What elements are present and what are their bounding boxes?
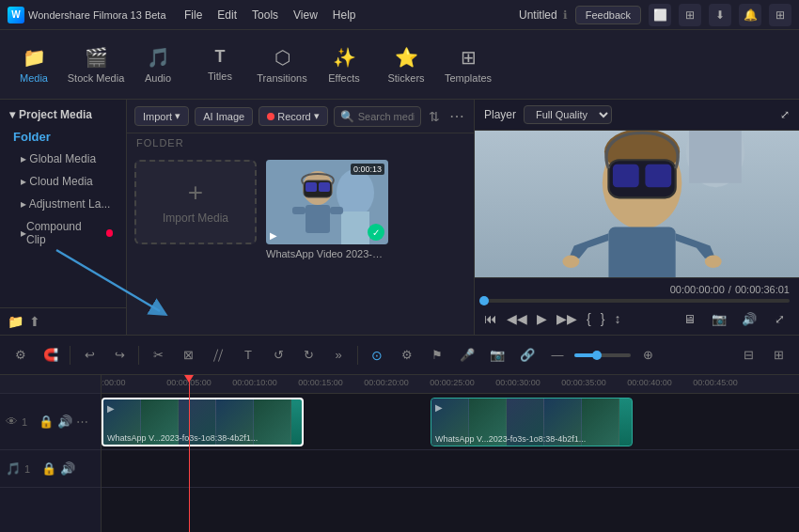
timeline-toolbar: ⚙ 🧲 ↩ ↪ ✂ ⊠ ⧸⧸ T ↺ ↻ » ⊙ ⚙ ⚑ 🎤 📷 🔗 — (0, 336, 799, 375)
playhead-top[interactable] (184, 375, 194, 383)
toolbar-media[interactable]: 📁 Media (4, 35, 64, 95)
import-button[interactable]: Import ▾ (134, 106, 189, 126)
filter-icon[interactable]: ⇅ (427, 107, 442, 126)
download-icon[interactable]: ⬇ (709, 4, 731, 26)
frame-back-button[interactable]: ◀◀ (507, 311, 527, 326)
ripple-icon[interactable]: ⚙ (394, 342, 420, 368)
camera-icon[interactable]: 📷 (484, 342, 510, 368)
add-track-icon[interactable]: ⊕ (634, 342, 661, 368)
magnetic-timeline-icon[interactable]: 🧲 (38, 342, 64, 368)
svg-rect-16 (613, 164, 639, 187)
more-tools-icon[interactable]: » (325, 342, 352, 368)
project-media-header[interactable]: ▾ Project Media (0, 103, 126, 126)
quality-select[interactable]: Full Quality (524, 105, 612, 124)
undo-button[interactable]: ↩ (76, 342, 102, 368)
insert-button[interactable]: ↕ (614, 311, 620, 326)
menu-edit[interactable]: Edit (217, 8, 237, 22)
sidebar-item-global[interactable]: ▸ Global Media (0, 148, 126, 170)
new-folder-button[interactable]: 📁 (8, 314, 24, 329)
track-menu-icon[interactable]: ⋯ (76, 415, 88, 429)
zoom-track[interactable] (574, 353, 631, 357)
menu-tools[interactable]: Tools (252, 8, 278, 22)
audio-eye-icon[interactable]: 🎵 (6, 462, 21, 476)
undo2-button[interactable]: ↺ (265, 342, 291, 368)
record-button[interactable]: Record ▾ (258, 106, 327, 126)
layout-icon[interactable]: ⊟ (735, 342, 761, 368)
toolbar-sep-3 (357, 346, 358, 365)
svg-rect-7 (306, 205, 330, 233)
volume-icon[interactable]: 🔊 (739, 308, 760, 329)
sidebar-item-adjustment[interactable]: ▸ Adjustment La... (0, 193, 126, 215)
redo-button[interactable]: ↪ (106, 342, 133, 368)
minus-icon[interactable]: — (544, 342, 571, 368)
sidebar-item-cloud[interactable]: ▸ Cloud Media (0, 170, 126, 193)
toolbar-titles[interactable]: T Titles (190, 35, 250, 95)
toolbar-effects-label: Effects (328, 72, 359, 84)
toolbar-transitions[interactable]: ⬡ Transitions (252, 35, 312, 95)
split-button[interactable]: ⧸⧸ (205, 342, 231, 368)
toolbar-audio[interactable]: 🎵 Audio (128, 35, 188, 95)
in-point-button[interactable]: { (587, 311, 591, 326)
svg-point-19 (562, 256, 579, 268)
eye-icon[interactable]: 👁 (6, 415, 18, 429)
play-button[interactable]: ▶ (537, 311, 547, 326)
progress-bar[interactable] (484, 299, 790, 303)
media-thumbnail-whatsapp[interactable]: 0:00:13 ✓ ▶ WhatsApp Video 2023-10-05... (266, 160, 388, 259)
sidebar-folder[interactable]: Folder (0, 126, 126, 148)
monitor-out-icon[interactable]: 🖥 (679, 308, 699, 329)
menu-view[interactable]: View (293, 8, 318, 22)
video-clip-2[interactable]: ▶ WhatsApp V...2023-fo3s-1o8:38-4b2f1... (431, 398, 633, 446)
video-label: WhatsApp Video 2023-10-05... (266, 248, 388, 259)
toolbar-effects[interactable]: ✨ Effects (314, 35, 374, 95)
flag-icon[interactable]: ⚑ (424, 342, 450, 368)
monitor-icon[interactable]: ⬜ (649, 4, 671, 26)
window-icon[interactable]: ⊞ (679, 4, 701, 26)
snap-toggle[interactable]: ⊙ (364, 342, 390, 368)
grid-icon[interactable]: ⊞ (769, 4, 791, 26)
toolbar-templates[interactable]: ⊞ Templates (438, 35, 498, 95)
toolbar-sep-2 (138, 346, 139, 365)
crop-button[interactable]: ⊠ (175, 342, 201, 368)
link-icon[interactable]: 🔗 (514, 342, 540, 368)
import-chevron-icon: ▾ (175, 110, 180, 122)
ai-image-button[interactable]: AI Image (195, 107, 253, 126)
text-button[interactable]: T (235, 342, 261, 368)
mic-icon[interactable]: 🎤 (454, 342, 480, 368)
cut-button[interactable]: ✂ (145, 342, 171, 368)
import-sidebar-button[interactable]: ⬆ (29, 314, 40, 329)
bell-icon[interactable]: 🔔 (739, 4, 761, 26)
import-media-button[interactable]: + Import Media (134, 160, 257, 244)
frame-forward-button[interactable]: ▶▶ (556, 311, 577, 326)
zoom-thumb[interactable] (592, 351, 602, 360)
audio-lock-icon[interactable]: 🔒 (41, 462, 56, 476)
expand-icon[interactable]: ⤢ (780, 108, 790, 121)
audio-vol-icon[interactable]: 🔊 (60, 462, 75, 476)
video-clip-1[interactable]: ▶ WhatsApp V...2023-fo3s-1o8:38-4b2f1... (102, 398, 304, 446)
lock-icon[interactable]: 🔒 (39, 415, 54, 429)
svg-point-20 (705, 256, 722, 268)
sidebar-item-compound[interactable]: ▸ Compound Clip (0, 215, 126, 251)
skip-back-button[interactable]: ⏮ (484, 311, 497, 326)
record-chevron-icon: ▾ (314, 110, 320, 122)
menu-file[interactable]: File (184, 8, 202, 22)
timeline-settings-icon[interactable]: ⚙ (8, 342, 34, 368)
title-text: Untitled (519, 8, 557, 22)
screenshot-icon[interactable]: 📷 (709, 308, 729, 329)
speaker-icon[interactable]: 🔊 (57, 415, 72, 429)
redo2-button[interactable]: ↻ (295, 342, 321, 368)
player-label: Player (484, 108, 516, 121)
project-media-section: ▾ Project Media Folder ▸ Global Media ▸ … (0, 100, 126, 255)
progress-thumb[interactable] (479, 296, 489, 305)
menu-help[interactable]: Help (333, 8, 356, 22)
ruler-9: 00:00:45:00 (693, 378, 738, 387)
layout-icon-2[interactable]: ⊞ (765, 342, 791, 368)
search-input[interactable] (358, 111, 415, 122)
toolbar-stickers[interactable]: ⭐ Stickers (376, 35, 436, 95)
toolbar-stock[interactable]: 🎬 Stock Media (66, 35, 126, 95)
more-options-icon[interactable]: ⋯ (447, 105, 466, 127)
track-content: 00:00:00 00:00:05:00 00:00:10:00 00:00:1… (102, 375, 799, 532)
fullscreen-icon[interactable]: ⤢ (769, 308, 790, 329)
feedback-button[interactable]: Feedback (575, 6, 641, 24)
search-box[interactable]: 🔍 (334, 106, 421, 127)
out-point-button[interactable]: } (601, 311, 605, 326)
